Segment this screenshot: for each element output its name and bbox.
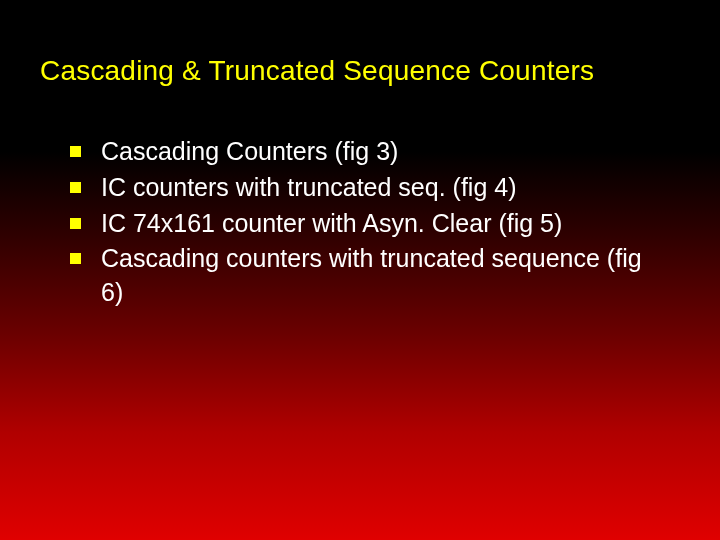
- list-item: IC 74x161 counter with Asyn. Clear (fig …: [70, 207, 660, 241]
- list-item: Cascading counters with truncated sequen…: [70, 242, 660, 310]
- list-item: Cascading Counters (fig 3): [70, 135, 660, 169]
- list-item: IC counters with truncated seq. (fig 4): [70, 171, 660, 205]
- slide-body: Cascading Counters (fig 3) IC counters w…: [70, 135, 660, 312]
- slide: Cascading & Truncated Sequence Counters …: [0, 0, 720, 540]
- list-item-text: Cascading counters with truncated sequen…: [101, 242, 660, 310]
- square-bullet-icon: [70, 253, 81, 264]
- list-item-text: IC counters with truncated seq. (fig 4): [101, 171, 660, 205]
- slide-title: Cascading & Truncated Sequence Counters: [40, 55, 680, 87]
- list-item-text: Cascading Counters (fig 3): [101, 135, 660, 169]
- square-bullet-icon: [70, 218, 81, 229]
- list-item-text: IC 74x161 counter with Asyn. Clear (fig …: [101, 207, 660, 241]
- square-bullet-icon: [70, 182, 81, 193]
- square-bullet-icon: [70, 146, 81, 157]
